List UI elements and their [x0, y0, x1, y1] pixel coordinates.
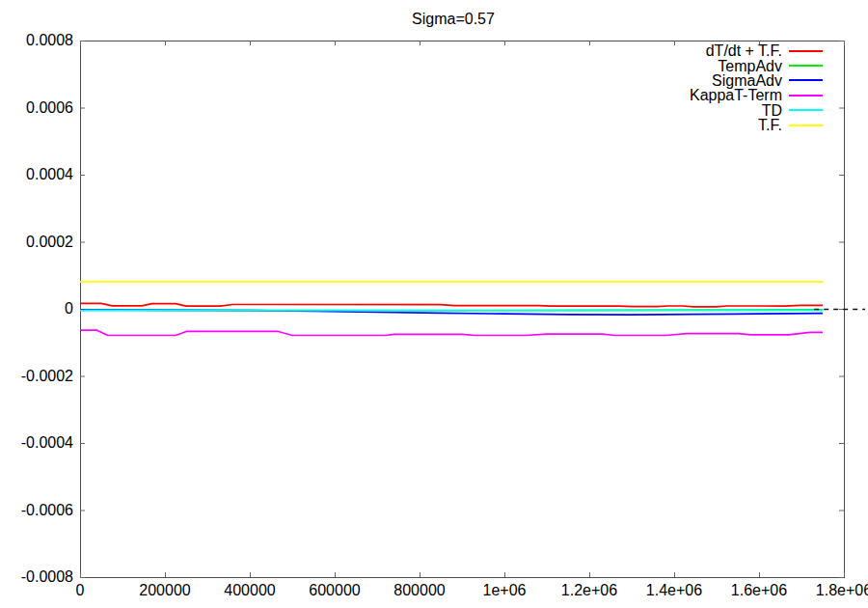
legend-item-dt-dt-t-f: dT/dt + T.F.: [690, 43, 823, 58]
legend-line-sample: [789, 79, 823, 81]
legend-label: dT/dt + T.F.: [706, 43, 782, 58]
x-axis-tick-label: 1.8e+06: [816, 583, 868, 598]
legend-line-sample: [789, 109, 823, 111]
legend-line-sample: [789, 65, 823, 67]
legend-label: TD: [762, 103, 782, 118]
x-axis-tick-label: 1.6e+06: [731, 583, 787, 598]
legend-item-td: TD: [690, 103, 823, 118]
legend-item-sigmaadv: SigmaAdv: [690, 73, 823, 88]
series-line-dt-dt-t-f: [80, 303, 823, 307]
x-axis-tick-label: 1.4e+06: [646, 583, 702, 598]
x-axis-tick-label: 1.2e+06: [561, 583, 617, 598]
y-axis-tick-label: -0.0008: [4, 569, 73, 585]
legend-line-sample: [789, 124, 823, 126]
y-axis-tick-label: 0.0008: [4, 33, 73, 48]
legend-item-t-f: T.F.: [690, 118, 823, 132]
legend-label: KappaT-Term: [690, 88, 782, 102]
x-axis-tick-label: 0: [76, 583, 85, 598]
chart-canvas: Sigma=0.57 0.00080.00060.00040.00020-0.0…: [0, 0, 868, 608]
legend-label: TempAdv: [718, 59, 782, 73]
y-axis-tick-label: 0.0002: [4, 235, 73, 250]
legend-line-sample: [789, 95, 823, 97]
x-axis-tick-label: 200000: [139, 583, 190, 598]
x-axis-tick-label: 1e+06: [483, 583, 527, 598]
legend-label: SigmaAdv: [712, 73, 782, 88]
y-axis-tick-label: 0: [4, 301, 73, 317]
y-axis-tick-label: -0.0002: [4, 369, 73, 384]
legend-label: T.F.: [758, 118, 782, 132]
legend-item-kappat-term: KappaT-Term: [690, 88, 823, 102]
series-line-kappat-term: [80, 330, 823, 335]
x-axis-tick-label: 400000: [224, 583, 275, 598]
legend-line-sample: [789, 50, 823, 52]
y-axis-tick-label: 0.0004: [4, 167, 73, 182]
y-axis-tick-label: -0.0006: [4, 503, 73, 518]
legend-item-tempadv: TempAdv: [690, 58, 823, 72]
y-axis-tick-label: 0.0006: [4, 100, 73, 116]
x-axis-tick-label: 600000: [309, 583, 360, 598]
legend: dT/dt + T.F.TempAdvSigmaAdvKappaT-TermTD…: [690, 43, 823, 132]
x-axis-tick-label: 800000: [393, 583, 445, 598]
y-axis-tick-label: -0.0004: [4, 435, 73, 451]
